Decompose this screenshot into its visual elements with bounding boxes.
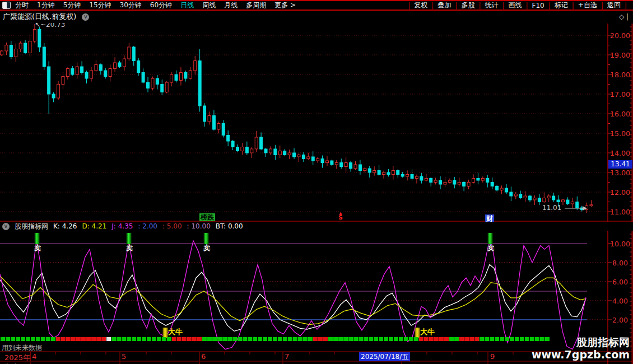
svg-text:19.00: 19.00 [610,51,630,59]
tool-button-返回[interactable]: 返回 [607,1,621,10]
svg-text:大牛: 大牛 [168,328,183,336]
line-K [0,264,586,331]
sell-bar [204,233,209,244]
svg-text:16.00: 16.00 [610,110,630,118]
period-tab-日线[interactable]: 日线 [180,1,194,10]
svg-text:卖: 卖 [487,244,495,252]
divider: | [431,2,434,10]
tool-button-复权[interactable]: 复权 [414,1,427,10]
sell-bar [488,233,493,244]
event-marker-box: 榜跌 [199,213,215,221]
svg-text:6.00: 6.00 [612,278,628,286]
period-tab-多周期[interactable]: 多周期 [246,1,266,10]
sell-point-marker: ▲S [338,212,343,220]
period-tabs: 分时1分钟5分钟15分钟30分钟60分钟日线周线月线多周期更多 > [15,1,296,10]
tool-buttons: |复权|叠加|多股|统计|画线|F10|标记|+自选|返回| [404,1,631,10]
period-tab-周线[interactable]: 周线 [202,1,216,10]
indicator-value: J: 4.35 [111,222,133,231]
svg-text:8.00: 8.00 [612,259,628,267]
period-tab-更多 >[interactable]: 更多 > [274,1,296,10]
low-price-annotation: 11.01 [542,204,561,212]
layout-icon[interactable] [2,2,11,9]
watermark-url: www.7gpzb.com [532,348,630,361]
divider: | [526,2,528,10]
period-tab-30分钟[interactable]: 30分钟 [120,1,142,10]
svg-text:9: 9 [490,352,495,361]
svg-text:10.00: 10.00 [610,240,630,248]
divider: | [455,2,457,10]
indicator-header: v 股朋指标网K: 4.26D: 4.21J: 4.35: 2.00: 5.00… [0,222,633,231]
chevron-down-icon[interactable]: v [2,223,10,230]
stock-terminal: 20.0019.0018.0017.0016.0015.0014.0013.00… [0,0,633,364]
svg-text:6: 6 [201,352,206,361]
svg-text:卖: 卖 [126,244,133,252]
site-watermark: 股朋指标网 www.7gpzb.com [532,336,630,361]
bull-bar [415,328,420,338]
stock-title[interactable]: 广聚能源(日线.前复权) [3,12,76,21]
svg-text:卖: 卖 [34,244,41,252]
divider: | [408,2,410,10]
crosshair-date-box: 2025/07/18/五 [359,352,410,361]
tool-button-F10[interactable]: F10 [532,2,544,10]
divider: | [548,2,551,10]
indicator-value: D: 4.21 [82,222,106,231]
price-gridlines: 20.0019.0018.0017.0016.0015.0014.0013.00… [0,27,632,216]
period-tab-1分钟[interactable]: 1分钟 [37,1,55,10]
future-data-warning: 用到未来数据 [2,343,42,353]
svg-text:2.00: 2.00 [612,316,628,324]
tool-button-叠加[interactable]: 叠加 [437,1,451,10]
period-tab-15分钟[interactable]: 15分钟 [89,1,111,10]
line-J [0,239,586,349]
bull-bar [163,328,168,338]
indicator-value: BT: 0.00 [216,222,243,231]
indicator-value: : 5.00 [162,222,182,231]
svg-text:7: 7 [285,352,289,361]
period-tab-60分钟[interactable]: 60分钟 [150,1,172,10]
tool-button-+自选[interactable]: +自选 [578,1,597,10]
title-bar: 广聚能源(日线.前复权) v ◇ | [0,11,633,23]
indicator-value: K: 4.26 [53,222,77,231]
indicator-gridlines: 10.008.006.004.002.00 [0,234,632,346]
s-letter: S [338,215,343,220]
year-label: 2025年 [4,353,30,363]
period-toolbar: 分时1分钟5分钟15分钟30分钟60分钟日线周线月线多周期更多 > |复权|叠加… [0,0,633,11]
svg-text:18.00: 18.00 [610,71,630,79]
period-tab-月线[interactable]: 月线 [224,1,238,10]
indicator-value: 股朋指标网 [15,222,48,231]
period-tab-5分钟[interactable]: 5分钟 [63,1,81,10]
event-marker-box: 财 [485,214,494,222]
svg-text:大牛: 大牛 [420,328,435,336]
svg-text:11.00: 11.00 [610,208,630,216]
divider: | [502,2,504,10]
divider: | [601,2,603,10]
chart-canvas: 20.0019.0018.0017.0016.0015.0014.0013.00… [0,0,633,364]
tool-button-标记[interactable]: 标记 [555,1,568,10]
watermark-name: 股朋指标网 [532,336,630,348]
svg-text:12.00: 12.00 [610,188,630,197]
line-D [0,276,586,325]
candlestick-layer [1,21,593,213]
svg-text:14.00: 14.00 [610,149,630,157]
chevron-down-icon[interactable]: v [82,13,89,21]
svg-text:卖: 卖 [203,244,211,252]
svg-text:17.00: 17.00 [610,90,630,99]
corner-icons[interactable]: ◇ | [619,11,629,23]
period-tab-分时[interactable]: 分时 [15,1,29,10]
tool-button-统计[interactable]: 统计 [485,1,498,10]
divider: | [478,2,481,10]
signal-bars: 卖卖卖卖大牛大牛 [34,233,495,338]
indicator-value: : 2.00 [138,222,157,231]
kdj-lines [0,239,586,349]
svg-text:15.00: 15.00 [610,129,630,138]
divider: | [572,2,574,10]
svg-text:5: 5 [122,352,126,361]
indicator-value: : 10.00 [187,222,211,231]
svg-text:20.00: 20.00 [610,31,630,40]
trend-squares-row [1,337,550,341]
svg-text:13.00: 13.00 [610,169,630,177]
tool-button-多股[interactable]: 多股 [461,1,474,10]
divider: | [625,2,627,10]
sell-bar [127,233,132,244]
sell-bar [35,233,40,244]
tool-button-画线[interactable]: 画线 [509,1,522,10]
